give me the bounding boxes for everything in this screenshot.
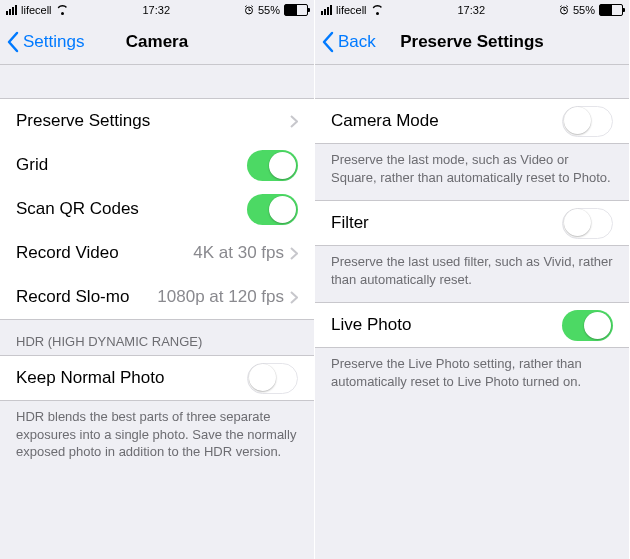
row-scan-qr[interactable]: Scan QR Codes (0, 187, 314, 231)
row-detail: 1080p at 120 fps (157, 287, 284, 307)
status-bar: lifecell 17:32 55% (0, 0, 314, 20)
back-button[interactable]: Back (315, 31, 376, 53)
live-photo-footer: Preserve the Live Photo setting, rather … (315, 348, 629, 404)
row-label: Filter (331, 213, 562, 233)
back-label: Back (338, 32, 376, 52)
nav-bar: Settings Camera (0, 20, 314, 65)
back-label: Settings (23, 32, 84, 52)
row-grid[interactable]: Grid (0, 143, 314, 187)
row-keep-normal-photo[interactable]: Keep Normal Photo (0, 355, 314, 401)
svg-line-3 (245, 6, 246, 7)
battery-icon (599, 4, 623, 16)
chevron-right-icon (290, 291, 298, 304)
wifi-icon (56, 5, 69, 15)
row-label: Preserve Settings (16, 111, 290, 131)
clock: 17:32 (384, 4, 559, 16)
camera-mode-footer: Preserve the last mode, such as Video or… (315, 144, 629, 200)
row-label: Record Slo-mo (16, 287, 157, 307)
row-preserve-settings[interactable]: Preserve Settings (0, 98, 314, 143)
row-live-photo[interactable]: Live Photo (315, 302, 629, 348)
row-record-video[interactable]: Record Video 4K at 30 fps (0, 231, 314, 275)
hdr-group-header: HDR (High Dynamic Range) (0, 320, 314, 355)
filter-toggle[interactable] (562, 208, 613, 239)
row-label: Keep Normal Photo (16, 368, 247, 388)
clock: 17:32 (69, 4, 244, 16)
hdr-group-footer: HDR blends the best parts of three separ… (0, 401, 314, 475)
svg-line-4 (251, 6, 252, 7)
row-label: Camera Mode (331, 111, 562, 131)
row-camera-mode[interactable]: Camera Mode (315, 98, 629, 144)
row-label: Scan QR Codes (16, 199, 247, 219)
svg-line-8 (560, 6, 561, 7)
qr-toggle[interactable] (247, 194, 298, 225)
battery-icon (284, 4, 308, 16)
carrier-label: lifecell (336, 4, 367, 16)
alarm-icon (244, 5, 254, 15)
nav-bar: Back Preserve Settings (315, 20, 629, 65)
chevron-right-icon (290, 115, 298, 128)
battery-percent: 55% (573, 4, 595, 16)
chevron-right-icon (290, 247, 298, 260)
chevron-left-icon (321, 31, 334, 53)
carrier-label: lifecell (21, 4, 52, 16)
row-label: Live Photo (331, 315, 562, 335)
live-photo-toggle[interactable] (562, 310, 613, 341)
preserve-settings-screen: lifecell 17:32 55% Back Preserve Setting… (315, 0, 630, 559)
alarm-icon (559, 5, 569, 15)
row-filter[interactable]: Filter (315, 200, 629, 246)
chevron-left-icon (6, 31, 19, 53)
row-detail: 4K at 30 fps (193, 243, 284, 263)
camera-mode-toggle[interactable] (562, 106, 613, 137)
row-label: Grid (16, 155, 247, 175)
filter-footer: Preserve the last used filter, such as V… (315, 246, 629, 302)
camera-settings-screen: lifecell 17:32 55% Settings Camera Prese… (0, 0, 315, 559)
signal-icon (6, 5, 17, 15)
wifi-icon (371, 5, 384, 15)
status-bar: lifecell 17:32 55% (315, 0, 629, 20)
svg-line-9 (566, 6, 567, 7)
row-record-slomo[interactable]: Record Slo-mo 1080p at 120 fps (0, 275, 314, 320)
row-label: Record Video (16, 243, 193, 263)
back-button[interactable]: Settings (0, 31, 84, 53)
battery-percent: 55% (258, 4, 280, 16)
signal-icon (321, 5, 332, 15)
keep-normal-toggle[interactable] (247, 363, 298, 394)
grid-toggle[interactable] (247, 150, 298, 181)
